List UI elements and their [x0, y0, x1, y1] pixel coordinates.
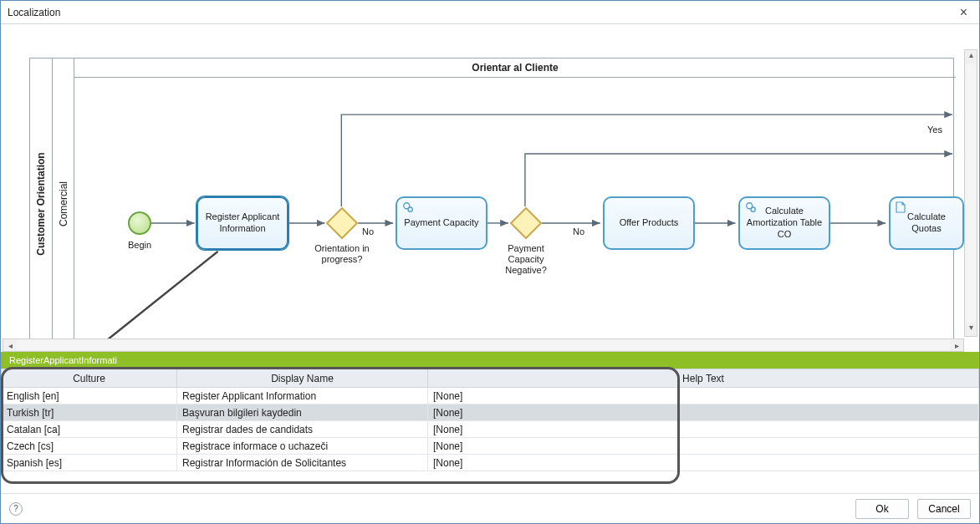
help-icon[interactable]: ?	[9, 502, 23, 516]
cell-help[interactable]: [None]	[428, 404, 679, 421]
table-row[interactable]: Czech [cs]Registrace informace o uchazeč…	[2, 438, 979, 455]
vertical-scrollbar[interactable]: ▴ ▾	[964, 49, 977, 337]
task-amortization-label: Calculate Amortization Table CO	[745, 206, 824, 240]
titlebar: Localization ×	[1, 1, 979, 24]
localization-grid[interactable]: Culture Display Name Help Text English […	[1, 369, 979, 471]
task-payment-capacity[interactable]: Payment Capacity	[396, 196, 487, 250]
entity-tab[interactable]: RegisterApplicantInformati	[1, 352, 125, 369]
gateway-orientation-label: Orientation in progress?	[309, 243, 375, 265]
edge-label-gw1-no: No	[362, 226, 374, 237]
localization-grid-area: Culture Display Name Help Text English […	[1, 369, 979, 471]
gateway-orientation[interactable]	[325, 206, 359, 240]
col-help[interactable]: Help Text	[428, 369, 979, 388]
gear-icon	[745, 201, 757, 213]
cancel-button[interactable]: Cancel	[917, 499, 971, 519]
cell-culture[interactable]: English [en]	[2, 388, 177, 404]
col-display[interactable]: Display Name	[177, 369, 428, 388]
scroll-left-icon[interactable]: ◂	[3, 341, 17, 350]
task-offer-label: Offer Products	[620, 217, 679, 229]
scroll-track[interactable]	[17, 340, 950, 350]
svg-marker-8	[327, 208, 357, 238]
table-row[interactable]: Spanish [es]Registrar Información de Sol…	[2, 455, 979, 471]
dialog-footer: ? Ok Cancel	[1, 493, 979, 523]
scroll-track[interactable]	[966, 64, 976, 323]
horizontal-scrollbar[interactable]: ◂ ▸	[3, 338, 964, 352]
cell-empty	[679, 455, 979, 471]
diagram-canvas[interactable]: ▴ ▾ Customer Orientation Comercial Orien…	[1, 24, 979, 352]
task-register-applicant[interactable]: Register Applicant Information	[197, 196, 288, 250]
gear-icon	[402, 201, 414, 213]
cell-empty	[679, 438, 979, 455]
table-row[interactable]: English [en]Register Applicant Informati…	[2, 388, 979, 404]
cell-display[interactable]: Register Applicant Information	[177, 388, 428, 404]
start-event-label: Begin	[123, 240, 156, 251]
task-offer-products[interactable]: Offer Products	[603, 196, 695, 250]
lane-label-cell: Comercial	[53, 58, 74, 350]
cell-help[interactable]: [None]	[428, 421, 679, 438]
task-quotas-label: Calculate Quotas	[896, 211, 957, 235]
cell-culture[interactable]: Czech [cs]	[2, 438, 177, 455]
svg-point-10	[408, 207, 412, 211]
col-culture[interactable]: Culture	[2, 369, 177, 388]
table-row[interactable]: Turkish [tr]Başvuran bilgileri kaydedin[…	[2, 404, 979, 421]
cell-help[interactable]: [None]	[428, 388, 679, 404]
window-title: Localization	[8, 7, 955, 18]
close-icon[interactable]: ×	[955, 5, 972, 20]
entity-tab-label: RegisterApplicantInformati	[9, 355, 117, 365]
lane-title: Orientar al Cliente	[74, 58, 956, 78]
scroll-right-icon[interactable]: ▸	[950, 341, 963, 350]
localization-dialog: Localization × ▴ ▾ Customer Orientation …	[0, 0, 980, 524]
edge-label-gw2-no: No	[573, 226, 584, 237]
lane-label: Comercial	[58, 181, 69, 226]
cell-help[interactable]: [None]	[428, 455, 679, 471]
cell-display[interactable]: Başvuran bilgileri kaydedin	[177, 404, 428, 421]
gateway-capacity-negative[interactable]	[509, 206, 543, 240]
task-register-label: Register Applicant Information	[203, 211, 282, 235]
cell-help[interactable]: [None]	[428, 438, 679, 455]
cell-display[interactable]: Registrar Información de Solicitantes	[177, 455, 428, 471]
task-amortization[interactable]: Calculate Amortization Table CO	[738, 196, 830, 250]
cell-culture[interactable]: Spanish [es]	[2, 455, 177, 471]
svg-marker-11	[511, 208, 541, 238]
edge-label-gw2-yes: Yes	[927, 125, 942, 135]
entity-tabbar: RegisterApplicantInformati	[1, 352, 979, 369]
pool-label-cell: Customer Orientation	[29, 58, 53, 350]
task-payment-label: Payment Capacity	[404, 217, 478, 229]
cell-empty	[679, 421, 979, 438]
task-quotas[interactable]: Calculate Quotas	[889, 196, 964, 250]
cell-empty	[679, 404, 979, 421]
cell-display[interactable]: Registrace informace o uchazeči	[177, 438, 428, 455]
document-icon	[896, 201, 906, 213]
pool-label: Customer Orientation	[35, 152, 47, 255]
cell-culture[interactable]: Catalan [ca]	[2, 421, 177, 438]
start-event[interactable]	[128, 211, 151, 235]
cell-culture[interactable]: Turkish [tr]	[2, 404, 177, 421]
grid-header-row: Culture Display Name Help Text	[2, 369, 979, 388]
table-row[interactable]: Catalan [ca]Registrar dades de candidats…	[2, 421, 979, 438]
scroll-up-icon[interactable]: ▴	[965, 50, 977, 64]
gateway-capacity-label: Payment Capacity Negative?	[494, 243, 558, 277]
scroll-down-icon[interactable]: ▾	[965, 323, 977, 336]
ok-button[interactable]: Ok	[855, 499, 909, 519]
cell-display[interactable]: Registrar dades de candidats	[177, 421, 428, 438]
cell-empty	[679, 388, 979, 404]
svg-point-13	[751, 207, 755, 211]
